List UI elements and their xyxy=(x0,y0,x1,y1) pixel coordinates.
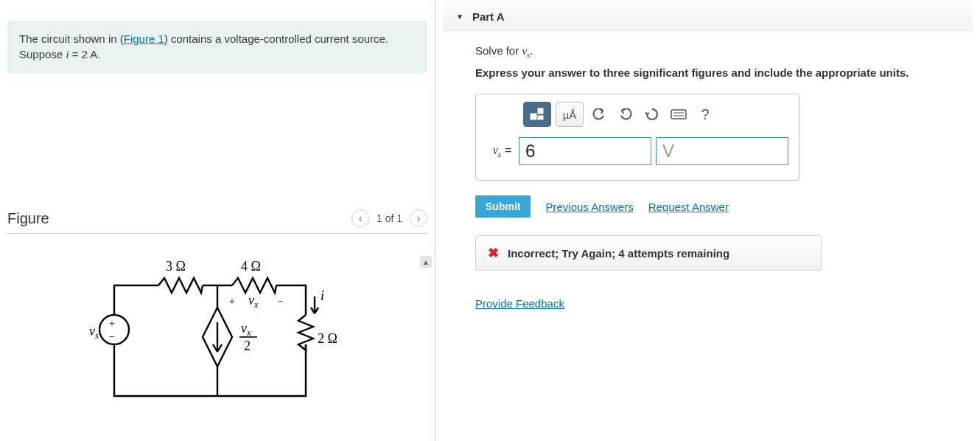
part-label: Part A xyxy=(472,10,505,23)
value-input[interactable] xyxy=(519,137,651,165)
template-icon xyxy=(530,108,545,121)
collapse-icon: ▼ xyxy=(456,13,463,21)
scroll-up-button[interactable]: ▲ xyxy=(420,256,432,268)
reset-button[interactable] xyxy=(641,102,663,127)
previous-answers-link[interactable]: Previous Answers xyxy=(545,201,633,213)
figure-next-button[interactable]: › xyxy=(410,209,427,227)
figure-link[interactable]: Figure 1 xyxy=(124,32,164,45)
provide-feedback-link[interactable]: Provide Feedback xyxy=(475,297,564,310)
circuit-diagram: 3 Ω 4 Ω 2 Ω vs + − + − vx i vx 2 xyxy=(85,256,350,418)
problem-prompt: The circuit shown in (Figure 1) contains… xyxy=(7,21,427,73)
part-a-header[interactable]: ▼ Part A xyxy=(443,0,973,31)
svg-text:+: + xyxy=(109,318,115,329)
r4-label: 4 Ω xyxy=(241,259,261,274)
undo-icon xyxy=(592,108,606,120)
figure-body: ▲ xyxy=(7,256,427,418)
keyboard-button[interactable] xyxy=(668,102,690,127)
answer-instructions: Express your answer to three significant… xyxy=(475,66,973,79)
svg-rect-11 xyxy=(671,110,686,119)
figure-header: Figure ‹ 1 of 1 › xyxy=(7,209,427,234)
vx-label: vx xyxy=(248,293,259,310)
keyboard-icon xyxy=(671,109,687,119)
incorrect-icon: ✖ xyxy=(488,245,499,261)
redo-button[interactable] xyxy=(615,102,637,127)
answer-box: µÅ ? vs = xyxy=(475,94,799,181)
figure-pager: 1 of 1 xyxy=(377,212,402,224)
svg-text:−: − xyxy=(278,296,284,307)
svg-rect-8 xyxy=(531,114,536,119)
reset-icon xyxy=(645,108,659,121)
svg-text:2: 2 xyxy=(244,338,251,353)
unit-input[interactable] xyxy=(656,137,788,165)
feedback-text: Incorrect; Try Again; 4 attempts remaini… xyxy=(508,247,729,260)
units-tool-button[interactable]: µÅ xyxy=(556,102,584,127)
redo-icon xyxy=(619,108,632,120)
svg-text:−: − xyxy=(109,331,115,342)
prompt-text: The circuit shown in ( xyxy=(19,32,124,45)
figure-prev-button[interactable]: ‹ xyxy=(351,209,369,227)
svg-rect-10 xyxy=(538,116,543,119)
undo-button[interactable] xyxy=(588,102,610,127)
template-tool-button[interactable] xyxy=(523,102,551,127)
figure-title: Figure xyxy=(7,210,351,227)
svg-rect-9 xyxy=(538,108,543,114)
i-label: i xyxy=(321,288,324,303)
r2-label: 2 Ω xyxy=(318,331,337,346)
svg-text:vx: vx xyxy=(241,321,251,338)
answer-var-label: vs = xyxy=(486,144,514,159)
svg-text:+: + xyxy=(229,296,235,307)
solve-instruction: Solve for vs. xyxy=(475,44,973,59)
request-answer-link[interactable]: Request Answer xyxy=(648,201,729,213)
vs-label: vs xyxy=(89,324,99,341)
r3-label: 3 Ω xyxy=(166,259,186,274)
help-button[interactable]: ? xyxy=(694,102,716,127)
feedback-message: ✖ Incorrect; Try Again; 4 attempts remai… xyxy=(475,235,822,271)
submit-button[interactable]: Submit xyxy=(475,195,531,218)
